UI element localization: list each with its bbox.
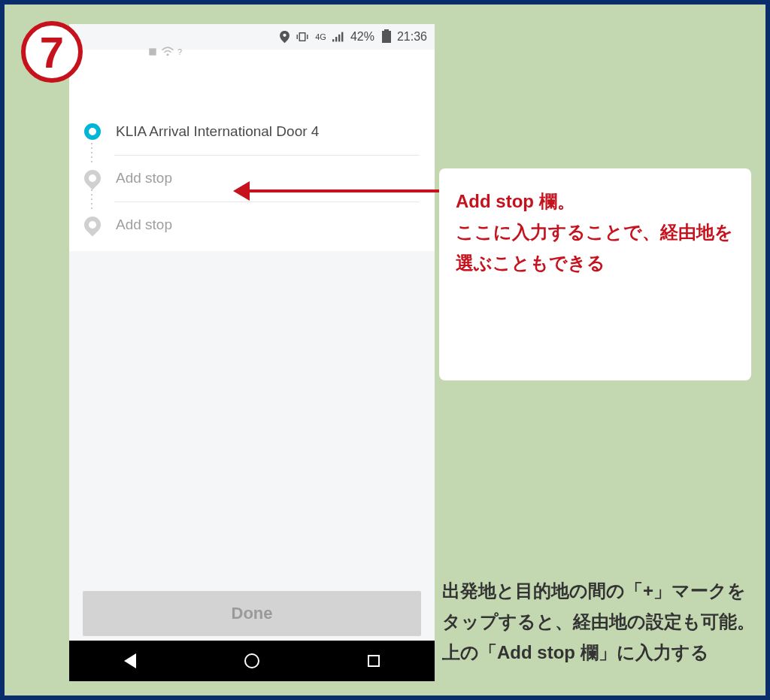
vibrate-icon bbox=[296, 32, 309, 42]
app-body bbox=[69, 251, 435, 591]
nav-recent-button[interactable] bbox=[365, 653, 382, 669]
callout-box: Add stop 欄。 ここに入力することで、経由地を選ぶこともできる bbox=[439, 168, 751, 380]
network-type: 4G bbox=[315, 32, 326, 41]
svg-point-2 bbox=[283, 34, 286, 37]
done-button-label: Done bbox=[232, 604, 273, 623]
add-stop-1-label: Add stop bbox=[116, 170, 172, 186]
svg-rect-6 bbox=[332, 39, 334, 41]
svg-rect-8 bbox=[338, 35, 340, 42]
callout-line-1: Add stop 欄。 bbox=[456, 186, 735, 217]
add-stop-row-1[interactable]: Add stop bbox=[69, 155, 435, 202]
origin-label: KLIA Arrival International Door 4 bbox=[116, 123, 319, 140]
nav-home-button[interactable] bbox=[244, 653, 260, 669]
wifi-icon bbox=[161, 47, 174, 57]
home-icon bbox=[244, 653, 259, 668]
status-bar: ? 4G 42% 21:36 bbox=[69, 24, 435, 50]
bottom-instruction: 出発地と目的地の間の「+」マークをタップすると、経由地の設定も可能。上の「Add… bbox=[442, 576, 758, 668]
stop-pin-icon bbox=[80, 213, 104, 236]
notification-icon bbox=[147, 47, 158, 57]
done-button[interactable]: Done bbox=[83, 591, 421, 636]
callout-line-2: ここに入力することで、経由地を選ぶこともできる bbox=[456, 217, 735, 279]
callout-arrow-line bbox=[244, 189, 439, 192]
stops-list: KLIA Arrival International Door 4 Add st… bbox=[69, 108, 435, 251]
clock: 21:36 bbox=[397, 30, 427, 44]
location-icon bbox=[280, 31, 290, 43]
origin-row[interactable]: KLIA Arrival International Door 4 bbox=[69, 108, 435, 155]
svg-rect-7 bbox=[335, 37, 337, 41]
android-nav-bar bbox=[69, 641, 435, 681]
nav-back-button[interactable] bbox=[122, 653, 138, 669]
signal-icon bbox=[332, 32, 344, 42]
phone-frame: ? 4G 42% 21:36 KLIA Arrival Internationa… bbox=[69, 24, 435, 681]
battery-percent: 42% bbox=[350, 30, 374, 44]
back-icon bbox=[124, 653, 136, 668]
stop-pin-icon bbox=[80, 166, 104, 189]
svg-point-1 bbox=[167, 53, 169, 56]
app-header bbox=[69, 50, 435, 108]
callout-arrow-head bbox=[233, 181, 250, 201]
svg-rect-0 bbox=[149, 48, 156, 55]
add-stop-row-2[interactable]: Add stop bbox=[69, 202, 435, 248]
step-number: 7 bbox=[40, 27, 64, 77]
wifi-help: ? bbox=[177, 47, 182, 57]
svg-rect-9 bbox=[341, 32, 343, 42]
add-stop-2-label: Add stop bbox=[116, 217, 172, 233]
step-number-badge: 7 bbox=[21, 21, 83, 83]
svg-rect-3 bbox=[299, 33, 305, 41]
origin-marker-icon bbox=[84, 123, 101, 140]
battery-icon bbox=[380, 31, 391, 43]
recent-icon bbox=[368, 655, 380, 667]
